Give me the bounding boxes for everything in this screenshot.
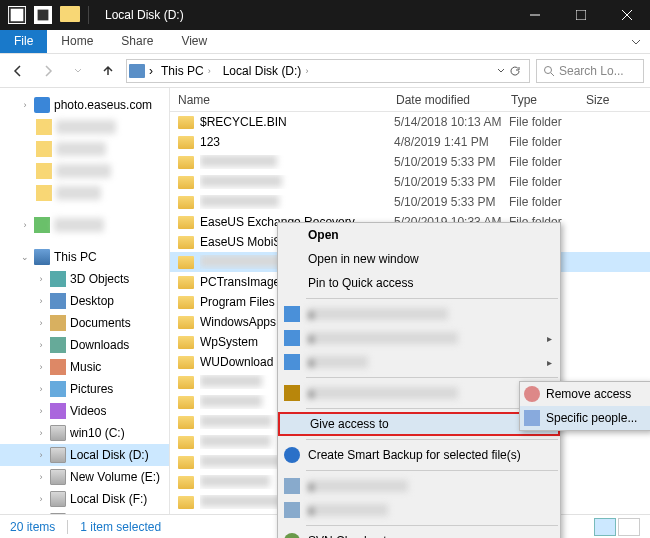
sidebar-item-documents[interactable]: ›Documents [0,312,169,334]
context-menu: Open Open in new window Pin to Quick acc… [277,222,561,538]
quick-save-icon[interactable] [34,6,52,24]
sidebar-thispc[interactable]: ⌄ This PC [0,246,169,268]
close-button[interactable] [604,0,650,30]
forward-button[interactable] [36,59,60,83]
menu-open[interactable]: Open [278,223,560,247]
col-type[interactable]: Type [503,93,578,107]
breadcrumb-thispc[interactable]: This PC› [157,60,215,82]
menu-create-smart-backup[interactable]: Create Smart Backup for selected file(s) [278,443,560,467]
folder-icon [178,256,194,269]
drive-icon [50,425,66,441]
doc-icon [50,315,66,331]
up-button[interactable] [96,59,120,83]
drive-icon [50,447,66,463]
folder-icon [178,376,194,389]
drive-icon [50,469,66,485]
sidebar-item-blur[interactable]: xxxx [0,116,169,138]
sidebar-item-music[interactable]: ›Music [0,356,169,378]
status-item-count: 20 items [10,520,55,534]
table-row[interactable]: x5/10/2019 5:33 PMFile folder [170,192,650,212]
menu-item-blur[interactable]: x▸ [278,326,560,350]
expand-ribbon-button[interactable] [622,30,650,53]
tab-file[interactable]: File [0,30,47,53]
maximize-button[interactable] [558,0,604,30]
sidebar-item-blur[interactable]: xxxx [0,138,169,160]
view-icons-button[interactable] [618,518,640,536]
folder-icon [178,156,194,169]
app-icon [8,6,26,24]
star-icon [34,97,50,113]
sidebar-item-blur[interactable]: xxxx [0,160,169,182]
window-title: Local Disk (D:) [97,8,184,22]
sidebar-item-blur[interactable]: ›xxxx [0,214,169,236]
folder-icon [178,136,194,149]
sidebar-item-downloads[interactable]: ›Downloads [0,334,169,356]
folder-icon [178,276,194,289]
menu-item-blur[interactable]: x▸ [278,350,560,374]
col-size[interactable]: Size [578,93,628,107]
menu-give-access-to[interactable]: Give access to▸ [278,412,560,436]
address-bar[interactable]: › This PC› Local Disk (D:)› [126,59,530,83]
menu-item-blur[interactable]: x [278,381,560,405]
col-date[interactable]: Date modified [388,93,503,107]
cube-icon [50,271,66,287]
folder-icon [178,316,194,329]
table-row[interactable]: x5/10/2019 5:33 PMFile folder [170,152,650,172]
address-dropdown-icon[interactable] [497,67,505,75]
search-input[interactable]: Search Lo... [536,59,644,83]
folder-icon [178,196,194,209]
tab-home[interactable]: Home [47,30,107,53]
sidebar: › photo.easeus.com xxxx xxxx xxxx xxxx ›… [0,88,170,514]
table-row[interactable]: 1234/8/2019 1:41 PMFile folder [170,132,650,152]
sidebar-item-videos[interactable]: ›Videos [0,400,169,422]
tab-view[interactable]: View [167,30,221,53]
titlebar: Local Disk (D:) [0,0,650,30]
sidebar-item-desktop[interactable]: ›Desktop [0,290,169,312]
sidebar-item-recovery-disk-k-[interactable]: ›recovery disk (K:) [0,510,169,514]
sidebar-item-3d-objects[interactable]: ›3D Objects [0,268,169,290]
sidebar-item-pictures[interactable]: ›Pictures [0,378,169,400]
sidebar-item-local-disk-f-[interactable]: ›Local Disk (F:) [0,488,169,510]
desktop-icon [50,293,66,309]
pic-icon [50,381,66,397]
menu-svn-checkout[interactable]: SVN Checkout... [278,529,560,538]
video-icon [50,403,66,419]
refresh-icon[interactable] [509,65,521,77]
folder-icon [178,296,194,309]
search-placeholder: Search Lo... [559,64,624,78]
folder-icon [178,116,194,129]
folder-icon [178,396,194,409]
table-row[interactable]: x5/10/2019 5:33 PMFile folder [170,172,650,192]
ribbon: File Home Share View [0,30,650,54]
drive-icon [50,513,66,514]
sidebar-quick-access[interactable]: › photo.easeus.com [0,94,169,116]
sidebar-item-new-volume-e-[interactable]: ›New Volume (E:) [0,466,169,488]
sidebar-item-win10-c-[interactable]: ›win10 (C:) [0,422,169,444]
monitor-icon [34,249,50,265]
menu-item-blur[interactable]: x [278,474,560,498]
menu-pin-quick-access[interactable]: Pin to Quick access [278,271,560,295]
sidebar-item-local-disk-d-[interactable]: ›Local Disk (D:) [0,444,169,466]
menu-open-new-window[interactable]: Open in new window [278,247,560,271]
submenu-remove-access[interactable]: Remove access [520,382,650,406]
folder-icon [178,336,194,349]
svg-rect-1 [576,10,586,20]
view-details-button[interactable] [594,518,616,536]
recent-dropdown[interactable] [66,59,90,83]
tab-share[interactable]: Share [107,30,167,53]
sidebar-item-blur[interactable]: xxxx [0,182,169,204]
pc-icon [129,64,145,78]
breadcrumb-current[interactable]: Local Disk (D:)› [219,60,313,82]
back-button[interactable] [6,59,30,83]
minimize-button[interactable] [512,0,558,30]
folder-icon [178,356,194,369]
svg-point-2 [545,66,552,73]
navbar: › This PC› Local Disk (D:)› Search Lo... [0,54,650,88]
submenu-specific-people[interactable]: Specific people... [520,406,650,430]
col-name[interactable]: Name [170,93,388,107]
table-row[interactable]: $RECYCLE.BIN5/14/2018 10:13 AMFile folde… [170,112,650,132]
drive-icon [50,491,66,507]
menu-item-blur[interactable]: x [278,498,560,522]
menu-item-blur[interactable]: x [278,302,560,326]
download-icon [50,337,66,353]
